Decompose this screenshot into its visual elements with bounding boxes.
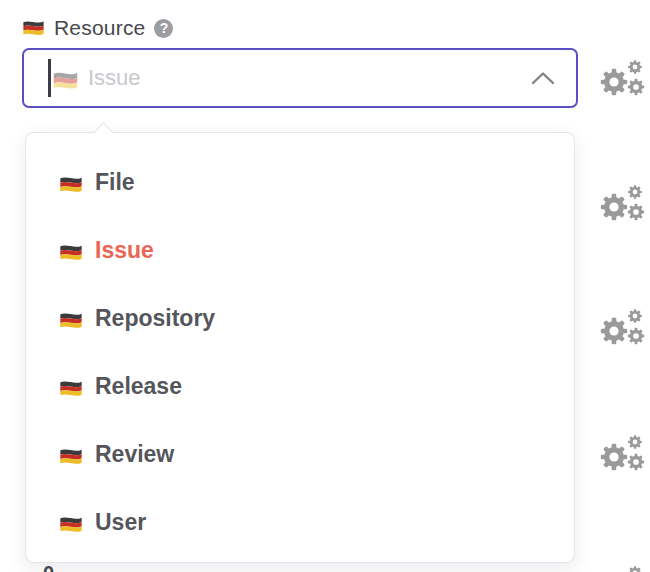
german-flag-icon (59, 447, 83, 467)
option-label: File (95, 169, 135, 196)
settings-gears-icon[interactable] (598, 181, 646, 225)
settings-gears-icon[interactable] (598, 562, 646, 572)
german-flag-icon (59, 311, 83, 331)
option-issue[interactable]: Issue (26, 216, 574, 284)
form-field-region: Resource ? Issue File Issue Repository (0, 0, 650, 572)
resource-select-input[interactable]: Issue (22, 48, 578, 108)
german-flag-icon (59, 175, 83, 195)
german-flag-icon (59, 379, 83, 399)
option-user[interactable]: User (26, 488, 574, 556)
dropdown-panel: File Issue Repository Release Review Use… (25, 132, 575, 563)
text-caret (48, 59, 51, 97)
option-label: Review (95, 441, 174, 468)
option-label: Repository (95, 305, 215, 332)
partial-background-text: 0 (43, 562, 54, 572)
german-flag-icon (22, 19, 45, 38)
select-placeholder: Issue (88, 65, 141, 91)
field-label-row: Resource ? (22, 16, 173, 40)
settings-gears-icon[interactable] (598, 305, 646, 349)
option-release[interactable]: Release (26, 352, 574, 420)
settings-gears-icon[interactable] (598, 56, 646, 100)
german-flag-icon (52, 70, 79, 92)
settings-gears-icon[interactable] (598, 431, 646, 475)
german-flag-icon (59, 515, 83, 535)
field-label: Resource (54, 16, 145, 40)
option-label: Issue (95, 237, 154, 264)
option-review[interactable]: Review (26, 420, 574, 488)
german-flag-icon (59, 243, 83, 263)
option-repository[interactable]: Repository (26, 284, 574, 352)
option-label: Release (95, 373, 182, 400)
chevron-up-icon[interactable] (530, 71, 556, 85)
option-label: User (95, 509, 146, 536)
help-icon[interactable]: ? (154, 19, 173, 38)
option-file[interactable]: File (26, 148, 574, 216)
